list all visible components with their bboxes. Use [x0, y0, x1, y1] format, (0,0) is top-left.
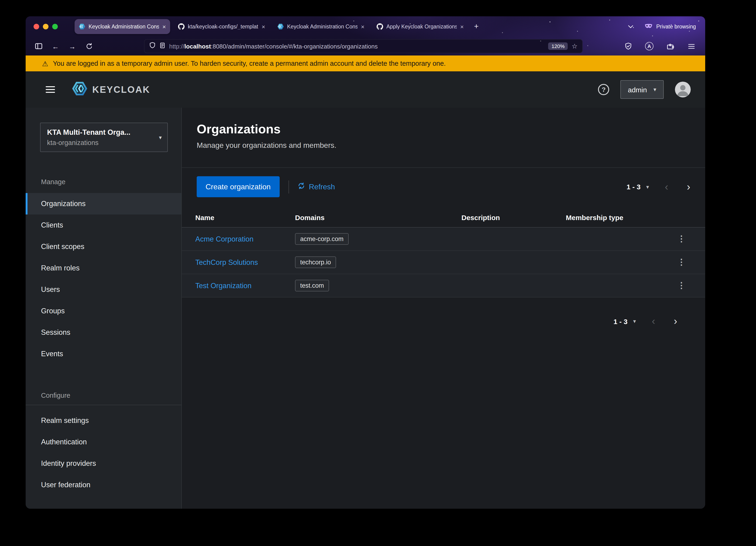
zoom-window-button[interactable] — [52, 24, 58, 29]
keycloak-logo: KEYCLOAK — [72, 81, 150, 98]
page-header: Organizations Manage your organizations … — [182, 108, 705, 168]
private-mask-icon — [645, 24, 653, 30]
chevron-down-icon: ▾ — [653, 87, 656, 92]
column-header-name: Name — [195, 213, 295, 221]
column-header-domains: Domains — [295, 213, 461, 221]
sidebar-item-user-federation[interactable]: User federation — [26, 474, 181, 496]
tab-github-template[interactable]: kta/keycloak-configs/_template × — [174, 19, 269, 34]
help-icon[interactable]: ? — [598, 84, 609, 95]
sidebar-item-events[interactable]: Events — [26, 343, 181, 365]
back-button[interactable]: ← — [49, 40, 62, 53]
pagination-top: 1 - 3 ▾ ‹ › — [627, 182, 690, 192]
sidebar-item-realm-roles[interactable]: Realm roles — [26, 257, 181, 279]
sidebar-item-identity-providers[interactable]: Identity providers — [26, 453, 181, 474]
new-tab-button[interactable]: + — [470, 20, 483, 33]
tracking-protection-shield-icon[interactable] — [149, 42, 156, 50]
sidebar-item-groups[interactable]: Groups — [26, 300, 181, 322]
realm-name: KTA Multi-Tenant Orga... — [47, 128, 153, 137]
row-actions-kebab-icon[interactable]: ⋮ — [677, 281, 686, 290]
realm-selector[interactable]: KTA Multi-Tenant Orga... kta-organizatio… — [40, 123, 168, 152]
username-label: admin — [628, 86, 647, 93]
url-text: http://localhost:8080/admin/master/conso… — [169, 43, 545, 50]
sidebar-item-users[interactable]: Users — [26, 279, 181, 300]
list-all-tabs-chevron-icon[interactable] — [624, 20, 637, 33]
tab-close-icon[interactable]: × — [162, 23, 166, 30]
sidebar-item-client-scopes[interactable]: Client scopes — [26, 236, 181, 257]
keycloak-favicon-icon — [277, 23, 284, 30]
domain-chip: techcorp.io — [295, 256, 336, 268]
reload-icon[interactable] — [82, 40, 96, 53]
github-favicon-icon — [377, 23, 383, 30]
org-link-acme[interactable]: Acme Corporation — [195, 235, 254, 243]
table-toolbar: Create organization Refresh 1 - 3 ▾ ‹ › — [182, 176, 705, 197]
nav-hamburger-icon[interactable] — [45, 84, 56, 95]
tab-title: Apply Keycloak Organizations C — [386, 24, 457, 29]
tab-keycloak-console-1[interactable]: Keycloak Administration Consol × — [75, 19, 170, 34]
org-link-test[interactable]: Test Organization — [195, 282, 251, 289]
extensions-puzzle-icon[interactable] — [664, 40, 677, 53]
create-organization-button[interactable]: Create organization — [197, 176, 279, 197]
sidebar-item-authentication[interactable]: Authentication — [26, 431, 181, 453]
profile-a-icon[interactable]: A — [643, 40, 656, 53]
table-row: Acme Corporation acme-corp.com ⋮ — [182, 227, 705, 251]
tab-title: kta/keycloak-configs/_template — [188, 24, 258, 29]
warning-triangle-icon: ⚠ — [42, 60, 48, 67]
page-subtitle: Manage your organizations and members. — [197, 141, 690, 150]
organizations-table: Name Domains Description Membership type… — [182, 207, 705, 298]
tab-title: Keycloak Administration Consol — [89, 24, 159, 29]
browser-window: Keycloak Administration Consol × kta/key… — [26, 16, 705, 509]
sidebar-item-clients[interactable]: Clients — [26, 214, 181, 236]
forward-button[interactable]: → — [66, 40, 79, 53]
refresh-icon — [298, 182, 305, 191]
chevron-down-icon: ▾ — [159, 134, 162, 140]
close-window-button[interactable] — [34, 24, 39, 29]
page-info-icon[interactable] — [159, 42, 165, 50]
sidebar-item-organizations[interactable]: Organizations — [26, 193, 181, 214]
toolbar-divider — [288, 180, 289, 193]
tab-close-icon[interactable]: × — [460, 23, 464, 30]
page-title: Organizations — [197, 122, 690, 137]
sidebar-divider — [26, 405, 181, 405]
pagination-next-icon[interactable]: › — [687, 182, 690, 192]
configure-nav-list: Realm settings Authentication Identity p… — [26, 410, 181, 496]
github-favicon-icon — [178, 23, 185, 30]
manage-nav-list: Organizations Clients Client scopes Real… — [26, 193, 181, 365]
tab-close-icon[interactable]: × — [361, 23, 364, 30]
browser-chrome: Keycloak Administration Consol × kta/key… — [26, 16, 705, 55]
minimize-window-button[interactable] — [43, 24, 48, 29]
sidebar-item-realm-settings[interactable]: Realm settings — [26, 410, 181, 431]
pagination-next-icon[interactable]: › — [674, 316, 677, 327]
tab-close-icon[interactable]: × — [262, 23, 265, 30]
column-header-description: Description — [461, 213, 566, 221]
protections-shield-icon[interactable] — [622, 40, 635, 53]
app-menu-icon[interactable] — [685, 40, 698, 53]
org-link-techcorp[interactable]: TechCorp Solutions — [195, 258, 258, 266]
avatar[interactable] — [675, 82, 691, 97]
private-browsing-label: Private browsing — [656, 24, 696, 29]
bookmark-star-icon[interactable]: ☆ — [572, 42, 577, 50]
domain-chip: acme-corp.com — [295, 233, 349, 245]
main-content: Organizations Manage your organizations … — [182, 108, 705, 509]
row-actions-kebab-icon[interactable]: ⋮ — [677, 234, 686, 243]
table-row: Test Organization test.com ⋮ — [182, 274, 705, 298]
zoom-level-badge[interactable]: 120% — [548, 42, 568, 50]
sidebar: KTA Multi-Tenant Orga... kta-organizatio… — [26, 108, 182, 509]
pagination-prev-icon[interactable]: ‹ — [652, 316, 655, 327]
pagination-options-caret-icon[interactable]: ▾ — [646, 183, 649, 190]
row-actions-kebab-icon[interactable]: ⋮ — [677, 258, 686, 266]
refresh-button[interactable]: Refresh — [298, 182, 335, 191]
temporary-admin-warning-banner: ⚠ You are logged in as a temporary admin… — [26, 55, 705, 71]
pagination-options-caret-icon[interactable]: ▾ — [633, 318, 636, 325]
configure-section-label: Configure — [41, 392, 181, 399]
url-bar[interactable]: http://localhost:8080/admin/master/conso… — [144, 39, 583, 53]
sidebar-toggle-icon[interactable] — [32, 40, 45, 53]
keycloak-wordmark: KEYCLOAK — [92, 84, 150, 95]
sidebar-item-sessions[interactable]: Sessions — [26, 322, 181, 343]
tab-keycloak-console-2[interactable]: Keycloak Administration Consol × — [273, 19, 369, 34]
tab-bar: Keycloak Administration Consol × kta/key… — [26, 16, 705, 37]
navigation-toolbar: ← → http://localhost:8080/admin/master/c… — [26, 37, 705, 55]
user-menu-button[interactable]: admin ▾ — [620, 80, 664, 99]
pagination-prev-icon[interactable]: ‹ — [665, 182, 668, 192]
tab-github-apply[interactable]: Apply Keycloak Organizations C × — [372, 19, 468, 34]
table-row: TechCorp Solutions techcorp.io ⋮ — [182, 251, 705, 274]
